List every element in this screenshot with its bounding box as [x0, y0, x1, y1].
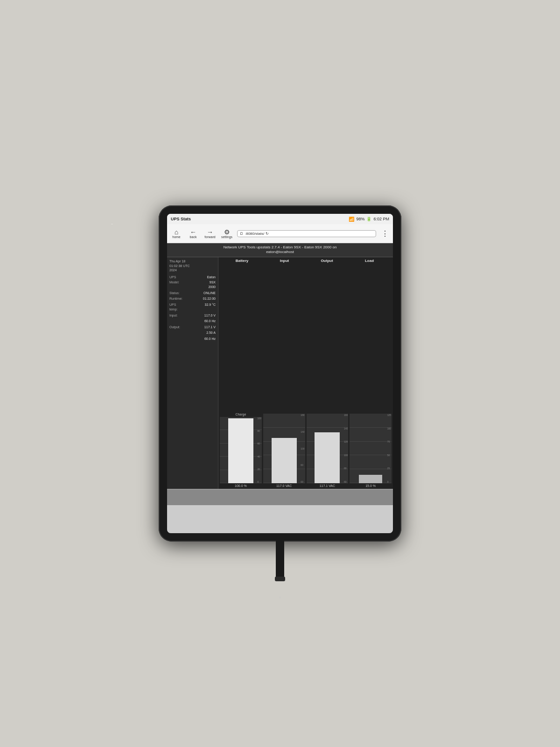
load-bar — [359, 475, 382, 483]
battery-y-labels: 100 80 60 40 20 0 — [257, 417, 261, 483]
nav-bar: ⌂ home ← back → forward ⚙ settings 🗋 — [167, 224, 393, 243]
page-title-line1: Network UPS Tools upsstats 2.7.4 - Eaton… — [168, 245, 392, 250]
home-label: home — [172, 235, 181, 239]
forward-icon: → — [207, 229, 213, 235]
more-menu-button[interactable]: ⋮ — [380, 229, 390, 238]
output-hz-value: 60.0 Hz — [204, 337, 216, 342]
output-header: Output — [306, 259, 348, 263]
back-label: back — [190, 235, 197, 239]
input-y-labels: 180 140 100 60 00 — [301, 414, 304, 483]
output-chart-col: 160 140 120 100 80 60 117.1 VAC — [307, 413, 349, 487]
ups-model-label: UPSModel: — [169, 275, 179, 290]
input-v-label: Input: — [169, 313, 178, 318]
output-bar — [315, 432, 340, 483]
address-bar[interactable]: 🗋 :8080/stats/ ↻ — [237, 230, 376, 237]
settings-button[interactable]: ⚙ settings — [220, 229, 233, 239]
load-header: Load — [348, 259, 391, 263]
home-button[interactable]: ⌂ home — [170, 229, 183, 239]
temp-row: UPStemp: 32.9 °C — [169, 303, 216, 312]
output-v-row: Output: 117.1 V — [169, 325, 216, 330]
output-value: 117.1 VAC — [320, 484, 335, 487]
input-v-row: Input: 117.0 V — [169, 313, 216, 318]
input-header: Input — [263, 259, 306, 263]
output-v-value: 117.1 V — [204, 325, 216, 330]
status-value: ONLINE — [203, 291, 216, 296]
settings-icon: ⚙ — [224, 229, 230, 235]
browser-chrome: ⌂ home ← back → forward ⚙ settings 🗋 — [167, 224, 393, 243]
input-chart-col: 180 140 100 60 00 117.0 VAC — [263, 413, 305, 487]
battery-chart-col: Charge 100 80 60 40 20 0 — [220, 413, 262, 487]
output-bar-chart: 160 140 120 100 80 60 — [307, 414, 349, 483]
page-doc-icon: 🗋 — [240, 232, 244, 236]
output-hz-row: 60.0 Hz — [169, 337, 216, 342]
output-y-labels: 160 140 120 100 80 60 — [344, 414, 348, 483]
battery-chart-label: Charge — [235, 413, 246, 416]
forward-button[interactable]: → forward — [203, 229, 217, 239]
ups-body: Thu Apr 1801:02:38 UTC2024 UPSModel: Eat… — [167, 257, 393, 489]
chart-headers: Battery Input Output Load — [220, 259, 392, 263]
url-text: :8080/stats/ — [245, 232, 264, 236]
page-title-line2: eaton@localhost — [168, 250, 392, 254]
runtime-label: Runtime: — [169, 296, 182, 302]
charts-area: Battery Input Output Load Charge 100 — [218, 257, 393, 489]
status-row: Status: ONLINE — [169, 291, 216, 296]
forward-label: forward — [204, 235, 215, 239]
back-icon: ← — [190, 229, 196, 235]
status-label: Status: — [169, 291, 180, 296]
usb-cable — [276, 537, 284, 579]
status-bar: UPS Stats 📶 98% 🔋 6:02 PM — [167, 214, 393, 224]
web-footer-light — [167, 505, 393, 533]
device-screen: UPS Stats 📶 98% 🔋 6:02 PM ⌂ home ← back — [167, 214, 393, 533]
input-hz-value: 60.0 Hz — [204, 319, 216, 324]
ups-model-value: Eaton9SX2000 — [207, 275, 216, 290]
info-panel: Thu Apr 1801:02:38 UTC2024 UPSModel: Eat… — [167, 257, 218, 489]
battery-bar — [228, 418, 253, 483]
output-v-label: Output: — [169, 325, 180, 330]
usb-connector — [275, 577, 285, 581]
web-footer-dark — [167, 489, 393, 505]
runtime-value: 01:22:00 — [203, 296, 216, 302]
input-bar — [272, 438, 297, 483]
input-v-value: 117.0 V — [204, 313, 216, 318]
temp-label: UPStemp: — [169, 303, 178, 312]
output-a-value: 2.50 A — [206, 331, 216, 336]
battery-value: 100.0 % — [235, 484, 247, 487]
battery-icon: 🔋 — [366, 217, 371, 221]
load-bar-chart: 125 100 75 50 25 0 — [350, 414, 392, 483]
battery-bar-chart: 100 80 60 40 20 0 — [220, 417, 262, 483]
charts-row: Charge 100 80 60 40 20 0 — [220, 264, 392, 487]
back-button[interactable]: ← back — [187, 229, 200, 239]
output-a-row: 2.50 A — [169, 331, 216, 336]
app-title: UPS Stats — [171, 217, 191, 221]
wifi-icon: 📶 — [349, 217, 354, 222]
load-value: 15.0 % — [365, 484, 376, 487]
runtime-row: Runtime: 01:22:00 — [169, 296, 216, 302]
load-y-labels: 125 100 75 50 25 0 — [387, 414, 391, 483]
temp-value: 32.9 °C — [205, 303, 216, 312]
settings-label: settings — [221, 235, 232, 239]
home-icon: ⌂ — [175, 229, 178, 235]
timestamp: Thu Apr 1801:02:38 UTC2024 — [169, 259, 216, 273]
input-value: 117.0 VAC — [276, 484, 292, 487]
battery-header: Battery — [221, 259, 263, 263]
battery-percentage: 98% — [356, 217, 364, 221]
ups-model-row: UPSModel: Eaton9SX2000 — [169, 275, 216, 290]
input-hz-row: 60.0 Hz — [169, 319, 216, 324]
input-bar-chart: 180 140 100 60 00 — [263, 414, 305, 483]
clock-time: 6:02 PM — [373, 217, 389, 221]
web-content: Network UPS Tools upsstats 2.7.4 - Eaton… — [167, 243, 393, 533]
status-right: 📶 98% 🔋 6:02 PM — [349, 217, 389, 222]
page-title-bar: Network UPS Tools upsstats 2.7.4 - Eaton… — [167, 243, 393, 257]
kindle-device: UPS Stats 📶 98% 🔋 6:02 PM ⌂ home ← back — [159, 205, 401, 542]
refresh-icon: ↻ — [266, 232, 269, 236]
load-chart-col: 125 100 75 50 25 0 15.0 % — [350, 413, 392, 487]
